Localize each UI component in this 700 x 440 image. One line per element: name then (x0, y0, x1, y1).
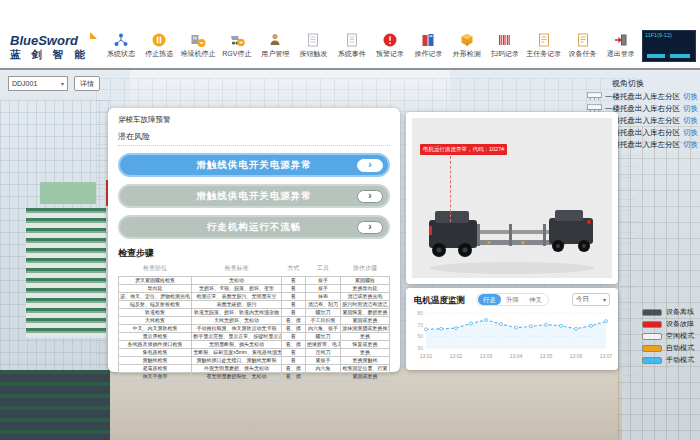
table-cell: 看 (281, 277, 305, 285)
table-cell: 看、摸 (281, 325, 305, 333)
table-cell: 无明显断裂、插头无松动 (192, 341, 281, 349)
view-switch-title: 视角切换 (558, 78, 698, 89)
view-switch-action[interactable]: 切换 (683, 128, 698, 138)
table-cell (305, 373, 340, 381)
status-legend: 设备离线设备故障空闲模式自动模式手动模式 (642, 306, 694, 366)
risk-label: 滑触线供电开关电源异常 (196, 190, 312, 203)
table-cell: 压线刀 (305, 349, 340, 357)
table-cell: 看、摸 (281, 373, 305, 381)
detail-button[interactable]: 详情 (74, 76, 100, 91)
mini-map-thumbnail[interactable]: 11F1(9-12) (642, 30, 696, 62)
toolbar-item-8[interactable]: 预警记录 (373, 31, 407, 59)
risk-button-list: 滑触线供电开关电源异常›滑触线供电开关电源异常›行走机构运行不流畅› (118, 153, 390, 239)
device-select[interactable]: DDJ001 ▾ (8, 76, 68, 91)
legend-label: 自动模式 (666, 343, 694, 353)
toolbar-item-5[interactable]: 用户管理 (258, 31, 292, 59)
toolbar-item-10[interactable]: 外形检测 (450, 31, 484, 59)
bg-green-block (40, 182, 96, 204)
table-cell: 显示屏检查 (119, 333, 192, 341)
svg-text:80: 80 (417, 310, 423, 316)
toolbar-item-7[interactable]: 系统事件 (335, 31, 369, 59)
table-row: 端反射、端反射板检查表面无破损、脏污看清洁布、刮刀脏污时用清洁布清洁、破损更换 (119, 301, 390, 309)
fault-panel-title: 穿梭车故障预警 (118, 115, 390, 125)
table-cell: 紧固恢复、磨损更换 (341, 309, 390, 317)
table-cell: 无松动 (192, 277, 281, 285)
svg-text:70: 70 (417, 322, 423, 328)
table-cell: 紧扳手 (305, 357, 340, 365)
device-select-value: DDJ001 (12, 80, 37, 87)
toolbar-item-label: 退出登录 (607, 49, 635, 59)
table-cell: 脏污时用清洁布清洁、破损更换 (341, 301, 390, 309)
view-switch-action[interactable]: 切换 (683, 116, 698, 126)
table-header-row: 检查部位检查标准方式工具操作步骤 (119, 262, 390, 277)
risk-button-2[interactable]: 滑触线供电开关电源异常› (118, 184, 390, 208)
toolbar-item-14[interactable]: 退出登录 (604, 31, 638, 59)
bg-right-wall (618, 126, 700, 440)
table-cell: 紧固或更换 (341, 373, 390, 381)
toolbar-item-6[interactable]: 按钮触发 (296, 31, 330, 59)
svg-text:13:06: 13:06 (570, 353, 583, 359)
toolbar-item-11[interactable]: 扫码记录 (488, 31, 522, 59)
table-row: 中叉、内叉滑轨检查手动推拉顺滑、伸叉滑轨运动无卡顿看、摸内六角、扳手涂抹润滑脂或… (119, 325, 390, 333)
table-cell: 扳手 (305, 285, 340, 293)
toolbar-item-12[interactable]: 主任务记录 (526, 31, 561, 59)
chart-tab-2[interactable]: 升降 (501, 294, 524, 305)
table-cell: 表面无破损、脏污 (192, 301, 281, 309)
legend-item-1: 设备离线 (642, 306, 694, 318)
legend-label: 空闲模式 (666, 331, 694, 341)
pallet-icon (587, 92, 602, 101)
table-cell: 导向轮 (119, 285, 192, 293)
table-cell: 更换 (341, 349, 390, 357)
steps-column-header: 检查部位 (119, 262, 192, 277)
table-row: 滑触线检查滑触线接口处无错口、滑触线无断裂看紧扳手更换滑触线 (119, 357, 390, 365)
table-cell: 抹布 (305, 293, 340, 301)
date-range-select[interactable]: 今日 ▾ (572, 293, 610, 306)
view-switch-item-1: 一楼托盘出入库左分区切换 (558, 91, 698, 102)
view-switch-action[interactable]: 切换 (683, 92, 698, 102)
brand-logo: BlueSword 蓝 剑 智 能 (10, 34, 89, 61)
task-doc-icon (575, 31, 591, 48)
risk-button-1[interactable]: 滑触线供电开关电源异常› (118, 153, 390, 177)
table-row: 各线路及接插件接口检查无明显断裂、插头无松动看、摸绝缘胶带、电工螺丝恢复或更换 (119, 341, 390, 349)
table-cell: 看 (281, 333, 305, 341)
toolbar-item-2[interactable]: 停止拣选 (142, 31, 176, 59)
table-cell: 清洁或更换光电 (341, 293, 390, 301)
toolbar-item-label: 堆垛机停止 (181, 49, 216, 59)
svg-text:60: 60 (417, 333, 423, 339)
svg-text:13:05: 13:05 (540, 353, 553, 359)
chart-tab-1[interactable]: 行走 (478, 294, 501, 305)
view-switch-action[interactable]: 切换 (683, 104, 698, 114)
chart-tab-3[interactable]: 伸叉 (524, 294, 547, 305)
toolbar-item-13[interactable]: 设备任务 (566, 31, 600, 59)
pause-icon (151, 31, 167, 48)
view-switch-label: 一楼托盘出入库左分区 (605, 92, 680, 102)
table-cell: 天线检查 (119, 317, 192, 325)
table-cell: 集电器检查 (119, 349, 192, 357)
mini-map-bar (647, 54, 665, 58)
view-switch-action[interactable]: 切换 (683, 140, 698, 150)
task-doc-icon (536, 31, 552, 48)
toolbar-item-label: 外形检测 (453, 49, 481, 59)
toolbar-item-4[interactable]: RGV停止 (220, 31, 254, 59)
table-cell: 内六角 (305, 365, 340, 373)
table-cell: 数字显示完整、显示正常、按键时显示正常 (192, 333, 281, 341)
table-row: 集电器检查无断裂、碳刷宽度≥5mm、集电器线缆无破损看压线刀更换 (119, 349, 390, 357)
table-cell: 更换滑触线 (341, 357, 390, 365)
table-cell: 避震器检查 (119, 365, 192, 373)
legend-label: 手动模式 (666, 355, 694, 365)
legend-label: 设备故障 (666, 319, 694, 329)
motor-temperature-panel: 电机温度监测 行走升降伸叉 今日 ▾ 8070605013:0113:0213:… (406, 288, 618, 370)
svg-text:13:03: 13:03 (480, 353, 493, 359)
doc-icon (344, 31, 360, 48)
toolbar-item-3[interactable]: 堆垛机停止 (181, 31, 216, 59)
toolbar-item-1[interactable]: 系统状态 (104, 31, 138, 59)
tooltip-pointer-line (450, 156, 451, 222)
table-cell: 看 (281, 285, 305, 293)
steps-column-header: 方式 (281, 262, 305, 277)
temperature-chart: 8070605013:0113:0213:0313:0413:0513:0613… (410, 308, 614, 366)
legend-item-5: 手动模式 (642, 354, 694, 366)
toolbar-item-9[interactable]: 操作记录 (411, 31, 445, 59)
risk-button-3[interactable]: 行走机构运行不流畅› (118, 215, 390, 239)
mini-map-label: 11F1(9-12) (643, 31, 695, 39)
table-cell: 扳手 (305, 277, 340, 285)
